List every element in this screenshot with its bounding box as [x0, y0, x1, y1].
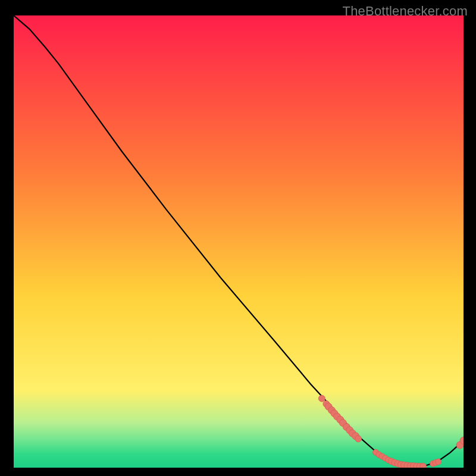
chart-stage: TheBottlenecker.com — [0, 0, 476, 476]
data-point — [355, 436, 362, 442]
data-point — [436, 459, 441, 465]
data-point — [318, 395, 325, 402]
watermark-text: TheBottlenecker.com — [343, 4, 468, 19]
plot-area — [14, 15, 464, 468]
gradient-background — [14, 15, 464, 468]
chart-svg — [14, 15, 464, 468]
data-point — [420, 463, 427, 468]
